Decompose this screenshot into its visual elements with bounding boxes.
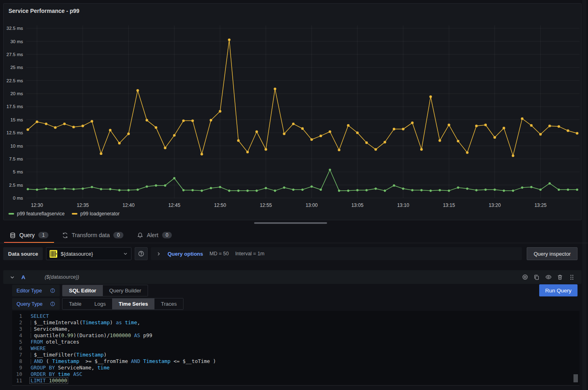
sql-code: 1SELECT2$__timeInterval(Timestamp) as ti… xyxy=(12,313,580,384)
option-query-builder[interactable]: Query Builder xyxy=(103,285,148,296)
sql-line-code: quantile(0.99)(Duration)/1000000 AS p99 xyxy=(31,332,152,339)
tab-alert[interactable]: Alert 0 xyxy=(131,227,177,243)
indent-guide xyxy=(31,352,34,358)
svg-text:2.5 ms: 2.5 ms xyxy=(9,183,23,188)
sql-line-code: AND ( Timestamp >= $__fromTime AND Times… xyxy=(31,358,216,365)
sql-line: 1SELECT xyxy=(12,313,580,319)
time-series-chart[interactable]: 0 ms2.5 ms5 ms7.5 ms10 ms12.5 ms15 ms17.… xyxy=(4,20,581,209)
tab-badge: 0 xyxy=(162,232,172,238)
query-toolbar: Data source ${datasource} xyxy=(3,247,578,261)
sql-line: 5FROM otel_traces xyxy=(12,339,580,345)
sql-line: 11LIMIT 100000 xyxy=(12,377,580,384)
sql-line-code: GROUP BY ServiceName, time xyxy=(31,365,110,371)
legend-item[interactable]: p99 loadgenerator xyxy=(72,211,119,217)
option-traces[interactable]: Traces xyxy=(154,298,183,309)
sql-line-code: $__timeInterval(Timestamp) as time, xyxy=(31,319,140,326)
transform-icon xyxy=(62,232,68,238)
query-type-row: Query Type TableLogsTime SeriesTraces xyxy=(12,298,183,310)
query-inspector-button[interactable]: Query inspector xyxy=(527,247,578,260)
sql-line-code: SELECT xyxy=(31,313,49,319)
legend-series-color xyxy=(72,213,77,215)
chevron-right-icon xyxy=(156,252,161,256)
option-sql-editor[interactable]: SQL Editor xyxy=(63,285,103,296)
svg-text:12:55: 12:55 xyxy=(260,202,272,208)
query-datasource-hint: (${datasource}) xyxy=(45,274,79,280)
question-circle-icon xyxy=(138,250,144,257)
tab-query[interactable]: Query 1 xyxy=(4,227,54,243)
svg-text:5 ms: 5 ms xyxy=(13,169,23,174)
editor-type-row: Editor Type SQL EditorQuery Builder xyxy=(12,285,148,296)
sql-editor[interactable]: 1SELECT2$__timeInterval(Timestamp) as ti… xyxy=(12,311,580,386)
svg-text:27.5 ms: 27.5 ms xyxy=(6,52,23,57)
legend-item[interactable]: p99 featureflagservice xyxy=(8,211,65,217)
editor-type-chip: Editor Type xyxy=(12,285,60,296)
info-circle-icon[interactable] xyxy=(50,301,55,307)
sql-line-code: FROM otel_traces xyxy=(31,339,79,345)
run-query-button[interactable]: Run Query xyxy=(539,284,578,296)
legend-series-color xyxy=(8,213,14,215)
line-number: 11 xyxy=(12,377,31,384)
line-number: 1 xyxy=(12,313,31,319)
svg-text:13:05: 13:05 xyxy=(351,202,363,208)
option-logs[interactable]: Logs xyxy=(88,298,112,309)
svg-text:12:35: 12:35 xyxy=(77,202,89,208)
svg-text:15 ms: 15 ms xyxy=(10,117,23,122)
legend-series-label: p99 featureflagservice xyxy=(17,211,65,217)
line-number: 3 xyxy=(12,326,31,332)
record-icon[interactable] xyxy=(521,274,528,281)
legend-series-label: p99 loadgenerator xyxy=(80,211,119,217)
datasource-picker[interactable]: ${datasource} xyxy=(46,247,131,260)
svg-text:30 ms: 30 ms xyxy=(10,39,23,44)
tab-transform-data[interactable]: Transform data 0 xyxy=(56,227,129,243)
max-data-points-stat: MD = 50 xyxy=(210,251,229,257)
query-type-label: Query Type xyxy=(17,301,42,307)
drag-handle-icon[interactable] xyxy=(568,274,575,281)
sql-line: 4quantile(0.99)(Duration)/1000000 AS p99 xyxy=(12,332,580,339)
line-number: 5 xyxy=(12,339,31,345)
query-options-bar[interactable]: Query options MD = 50 Interval = 1m xyxy=(151,247,522,260)
sql-line-code: WHERE xyxy=(31,345,46,352)
page-scrollbar-track[interactable] xyxy=(582,0,586,390)
svg-text:7.5 ms: 7.5 ms xyxy=(9,156,23,161)
svg-text:12.5 ms: 12.5 ms xyxy=(6,130,23,135)
datasource-label: Data source xyxy=(3,247,43,260)
svg-text:0 ms: 0 ms xyxy=(13,196,23,200)
collapse-chevron-icon[interactable] xyxy=(10,275,15,280)
svg-text:13:20: 13:20 xyxy=(489,202,501,208)
query-ref-id[interactable]: A xyxy=(21,274,25,280)
sql-line-code: ORDER BY time ASC xyxy=(31,371,82,377)
option-table[interactable]: Table xyxy=(63,298,88,309)
svg-text:13:15: 13:15 xyxy=(443,202,455,208)
info-circle-icon[interactable] xyxy=(50,288,55,293)
trash-icon[interactable] xyxy=(557,274,563,281)
svg-text:22.5 ms: 22.5 ms xyxy=(6,78,23,83)
tab-label: Alert xyxy=(147,232,158,238)
sql-line-code: LIMIT 100000 xyxy=(31,377,68,384)
option-time-series[interactable]: Time Series xyxy=(112,298,154,309)
datasource-help-button[interactable] xyxy=(135,247,148,260)
sql-line: 10ORDER BY time ASC xyxy=(12,371,580,377)
panel-title[interactable]: Service Performance - p99 xyxy=(8,8,79,14)
line-number: 4 xyxy=(12,332,31,339)
grafana-dashboard: Service Performance - p99 0 ms2.5 ms5 ms… xyxy=(0,0,588,390)
svg-text:20 ms: 20 ms xyxy=(10,91,23,96)
query-type-toggle: TableLogsTime SeriesTraces xyxy=(62,298,183,310)
editor-scrollbar-thumb[interactable] xyxy=(573,374,578,382)
sql-line: 8AND ( Timestamp >= $__fromTime AND Time… xyxy=(12,358,580,365)
horizontal-scrollbar-thumb[interactable] xyxy=(254,222,327,224)
query-options-link[interactable]: Query options xyxy=(167,251,203,257)
indent-guide xyxy=(31,359,34,364)
tab-label: Transform data xyxy=(72,232,110,238)
indent-guide xyxy=(31,333,34,338)
svg-text:12:40: 12:40 xyxy=(123,202,135,208)
query-row-actions xyxy=(521,274,575,281)
clickhouse-icon xyxy=(50,250,57,258)
svg-text:25 ms: 25 ms xyxy=(10,65,23,70)
svg-text:13:25: 13:25 xyxy=(534,202,546,208)
editor-tab-bar: Query 1 Transform data 0 Alert 0 xyxy=(4,227,177,243)
sql-line: 3ServiceName, xyxy=(12,326,580,332)
eye-icon[interactable] xyxy=(545,274,552,281)
copy-icon[interactable] xyxy=(533,274,540,281)
svg-text:32.5 ms: 32.5 ms xyxy=(6,26,23,31)
line-number: 6 xyxy=(12,345,31,352)
